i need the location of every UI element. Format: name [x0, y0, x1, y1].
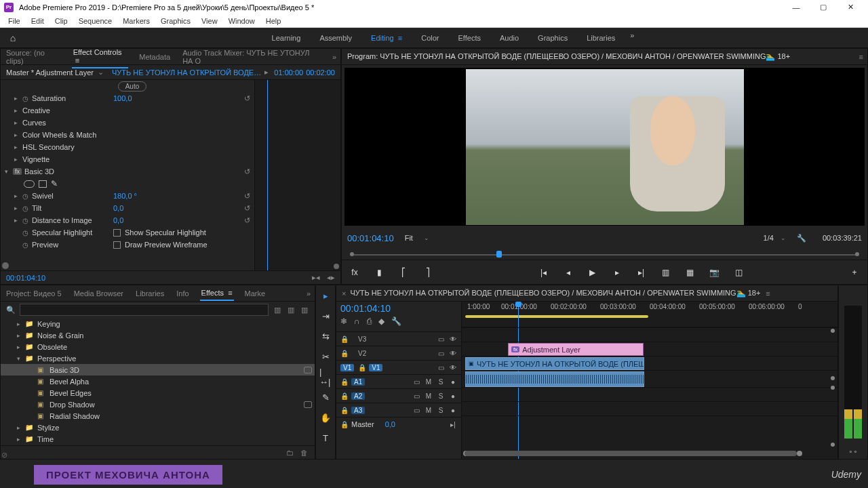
ec-current-timecode[interactable]: 00:01:04:10 — [6, 274, 45, 282]
track-a1-label[interactable]: A1 — [351, 378, 365, 386]
ripple-tool-icon[interactable]: ⇆ — [319, 330, 332, 342]
zoom-in-icon[interactable]: ◂▸ — [320, 273, 335, 282]
stopwatch-icon[interactable]: ◷ — [22, 192, 32, 200]
clip-adjustment-layer[interactable]: fxAdjustment Layer — [508, 343, 644, 356]
tab-audio-track-mixer[interactable]: Audio Track Mixer: ЧУТЬ НЕ УТОНУЛ НА О — [181, 46, 323, 68]
v-scroll-handle[interactable] — [831, 443, 835, 447]
clip-video[interactable]: ▣ЧУТЬ НЕ УТОНУЛ НА ОТКРЫТОЙ ВОДЕ (ПЛЕЩЕЕ… — [465, 357, 644, 370]
twirl-icon[interactable]: ▸ — [14, 192, 22, 199]
voice-over-icon[interactable]: ● — [449, 392, 457, 400]
timeline-timecode[interactable]: 00:01:04:10 — [336, 302, 461, 315]
reset-icon[interactable]: ↺ — [244, 216, 250, 225]
workspace-effects[interactable]: Effects — [449, 31, 490, 45]
track-v3-label[interactable]: V3 — [355, 336, 369, 343]
panel-menu-icon[interactable]: ≡ — [766, 289, 770, 298]
twirl-icon[interactable]: ▸ — [14, 144, 22, 150]
solo-button[interactable]: S — [437, 407, 445, 414]
lock-icon[interactable]: 🔒 — [358, 364, 365, 371]
track-row-v3[interactable] — [462, 327, 837, 342]
linked-selection-icon[interactable]: ∩ — [354, 317, 360, 326]
workspace-color[interactable]: Color — [412, 31, 448, 45]
source-tabs-overflow-icon[interactable]: » — [332, 53, 336, 61]
tilt-value[interactable]: 0,0 — [113, 204, 123, 212]
filter-accel-icon[interactable]: ▥ — [273, 306, 282, 314]
delete-icon[interactable]: 🗑 — [300, 449, 308, 457]
workspace-learning[interactable]: Learning — [262, 31, 311, 45]
in-point-icon[interactable]: ⎡ — [397, 266, 410, 279]
rect-mask-icon[interactable] — [39, 180, 47, 188]
tab-markers[interactable]: Marke — [243, 287, 267, 300]
voice-over-icon[interactable]: ● — [449, 378, 457, 386]
voice-over-icon[interactable]: ● — [449, 407, 457, 414]
button-editor-icon[interactable]: + — [848, 266, 861, 279]
effects-item[interactable]: ▸📁Stylize — [1, 422, 315, 433]
step-back-icon[interactable]: ◂ — [562, 266, 574, 279]
saturation-value[interactable]: 100,0 — [113, 94, 132, 102]
reset-icon[interactable]: ↺ — [244, 192, 250, 201]
settings-icon[interactable]: 🔧 — [793, 234, 810, 243]
marker-icon[interactable]: ◆ — [378, 317, 384, 326]
ec-playhead[interactable] — [267, 80, 268, 270]
menu-edit[interactable]: Edit — [26, 16, 50, 26]
ec-timeline-area[interactable] — [255, 80, 340, 270]
go-to-out-icon[interactable]: ▸| — [635, 266, 648, 279]
effects-item[interactable]: ▣Drop Shadow — [1, 399, 315, 410]
scrub-handle-left[interactable] — [350, 252, 354, 256]
menu-window[interactable]: Window — [223, 16, 260, 26]
pen-tool-icon[interactable]: ✎ — [319, 391, 332, 403]
lock-icon[interactable]: 🔒 — [340, 407, 347, 414]
ellipse-mask-icon[interactable] — [24, 180, 35, 188]
stopwatch-icon[interactable]: ◷ — [22, 95, 32, 102]
program-timecode[interactable]: 00:01:04:10 — [347, 233, 394, 243]
source-v1[interactable]: V1 — [340, 364, 354, 371]
step-forward-icon[interactable]: ▸ — [611, 266, 623, 279]
chevron-down-icon[interactable]: ⌄ — [781, 235, 786, 241]
effects-item[interactable]: ▣Radial Shadow — [1, 410, 315, 422]
solo-button[interactable]: S — [437, 392, 445, 400]
minimize-button[interactable]: — — [783, 1, 810, 14]
mute-button[interactable]: M — [425, 407, 433, 414]
toggle-sync-icon[interactable]: 👁 — [449, 336, 457, 343]
tab-source[interactable]: Source: (no clips) — [5, 46, 62, 68]
twirl-icon[interactable]: ▸ — [14, 156, 22, 163]
meter-options-icon[interactable]: ∘∘ — [839, 447, 867, 456]
track-row-v1[interactable]: ▣ЧУТЬ НЕ УТОНУЛ НА ОТКРЫТОЙ ВОДЕ (ПЛЕЩЕЕ… — [462, 356, 837, 370]
lock-icon[interactable]: 🔒 — [340, 392, 347, 400]
zoom-handle-right[interactable] — [797, 451, 802, 456]
specular-checkbox[interactable] — [113, 229, 121, 237]
stopwatch-icon[interactable]: ◷ — [22, 205, 32, 212]
tab-metadata[interactable]: Metadata — [138, 50, 172, 64]
track-row-a1[interactable] — [462, 370, 837, 387]
new-bin-icon[interactable]: 🗀 — [286, 449, 294, 457]
stopwatch-icon[interactable]: ◷ — [22, 217, 32, 224]
menu-view[interactable]: View — [196, 16, 223, 26]
track-v2-label[interactable]: V2 — [355, 350, 369, 357]
scroll-thumb[interactable] — [334, 264, 339, 269]
close-button[interactable]: ✕ — [837, 1, 864, 14]
zoom-out-icon[interactable]: ▸◂ — [312, 273, 320, 282]
scroll-thumb[interactable] — [465, 451, 797, 456]
zoom-fit-dropdown[interactable]: Fit — [401, 234, 417, 242]
workspace-assembly[interactable]: Assembly — [310, 31, 361, 45]
marker-icon[interactable]: ▮ — [373, 266, 385, 279]
resolution-dropdown[interactable]: 1/4 — [764, 234, 774, 242]
go-to-in-icon[interactable]: |◂ — [538, 266, 550, 279]
toggle-output-icon[interactable]: ▭ — [412, 407, 420, 414]
lift-icon[interactable]: ▥ — [660, 266, 672, 279]
play-icon[interactable]: ▸ — [262, 68, 271, 77]
close-sequence-icon[interactable]: × — [342, 289, 350, 298]
auto-button[interactable]: Auto — [118, 81, 147, 92]
workspace-graphics[interactable]: Graphics — [528, 31, 577, 45]
lock-icon[interactable]: 🔒 — [340, 421, 347, 428]
twirl-icon[interactable]: ▾ — [5, 168, 13, 175]
effects-item[interactable]: ▸📁Keying — [1, 318, 315, 329]
effects-item[interactable]: ▣Bevel Alpha — [1, 375, 315, 387]
effects-item[interactable]: ▣Basic 3D — [1, 364, 315, 375]
maximize-button[interactable]: ▢ — [810, 1, 837, 14]
settings-icon[interactable]: 🔧 — [391, 317, 401, 326]
toggle-output-icon[interactable]: ▭ — [437, 336, 445, 343]
add-marker-icon[interactable]: ⎙ — [367, 317, 372, 326]
tab-libraries[interactable]: Libraries — [134, 287, 165, 300]
tab-project[interactable]: Project: Видео 5 — [5, 287, 63, 300]
mute-button[interactable]: M — [425, 378, 433, 386]
